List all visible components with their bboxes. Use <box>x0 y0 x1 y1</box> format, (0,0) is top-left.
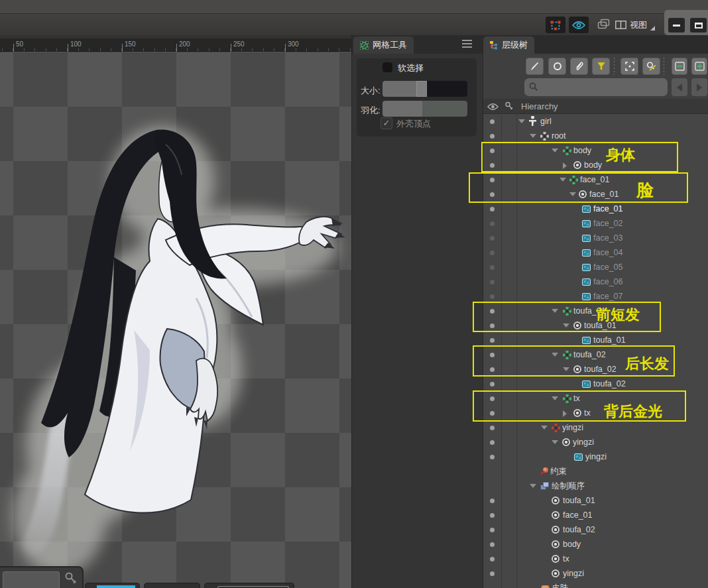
search-back-button[interactable] <box>672 78 687 96</box>
expand-arrow-down-icon[interactable] <box>530 134 536 138</box>
ruler-tick <box>176 44 177 52</box>
keyframe-widget <box>0 566 84 588</box>
collapse-all-button[interactable] <box>672 58 687 75</box>
paint-select-button[interactable] <box>526 58 544 75</box>
panel-menu-icon[interactable] <box>462 40 472 48</box>
visibility-dot[interactable] <box>490 367 495 372</box>
visibility-dot[interactable] <box>490 411 495 416</box>
size-slider-handle[interactable] <box>416 81 427 97</box>
soft-select-checkbox[interactable] <box>383 62 392 72</box>
transform-tool-button[interactable] <box>546 17 565 33</box>
center-view-button[interactable] <box>620 58 638 75</box>
visibility-dot[interactable] <box>490 338 495 343</box>
key-column-icon <box>504 101 514 111</box>
tree-row-label: face_06 <box>593 274 622 289</box>
tree-row-label: toufa_02 <box>563 522 595 537</box>
hull-vertices-checkbox[interactable]: ✓ <box>381 117 392 129</box>
expand-arrow-down-icon[interactable] <box>563 367 569 371</box>
dropdown-corner-icon <box>650 26 655 30</box>
expand-arrow-down-icon[interactable] <box>552 353 558 357</box>
visibility-dot[interactable] <box>490 396 495 401</box>
slot-icon <box>552 497 560 504</box>
feather-slider[interactable] <box>383 101 467 117</box>
visibility-dot[interactable] <box>490 323 495 328</box>
expand-arrow-right-icon[interactable] <box>563 410 567 417</box>
visibility-dot[interactable] <box>490 455 495 459</box>
search-edit-button[interactable] <box>642 58 660 75</box>
visibility-dot[interactable] <box>490 382 495 386</box>
visibility-dot[interactable] <box>490 221 495 226</box>
draworder-icon <box>540 482 550 491</box>
tab-mesh-tool[interactable]: 网格工具 <box>353 36 414 54</box>
tree-row-label: yingzi <box>573 435 594 449</box>
expand-arrow-down-icon[interactable] <box>552 440 558 444</box>
visibility-dot[interactable] <box>490 178 495 182</box>
ruler-tick <box>231 44 231 52</box>
hierarchy-tab-label: 层级树 <box>502 39 528 51</box>
hierarchy-panel: 层级树 <box>483 35 708 588</box>
expand-arrow-down-icon[interactable] <box>560 178 566 182</box>
visibility-dot[interactable] <box>490 528 495 532</box>
minimize-button[interactable] <box>668 18 685 32</box>
expand-arrow-down-icon[interactable] <box>552 396 558 400</box>
duplicate-view-icon[interactable] <box>597 19 611 32</box>
visibility-dot[interactable] <box>490 557 495 561</box>
search-forward-button[interactable] <box>691 78 707 96</box>
link-button[interactable] <box>570 58 588 75</box>
visibility-dot[interactable] <box>490 192 495 197</box>
circle-select-button[interactable] <box>548 58 566 75</box>
bottom-toolbar-button-3[interactable] <box>204 583 294 588</box>
filter-button[interactable] <box>592 58 610 75</box>
visibility-dot[interactable] <box>490 148 495 153</box>
visibility-dot[interactable] <box>490 542 495 547</box>
visibility-dot[interactable] <box>490 426 495 430</box>
hierarchy-tabbar: 层级树 <box>483 35 708 54</box>
visibility-dot[interactable] <box>490 163 495 168</box>
visibility-dot[interactable] <box>490 353 495 357</box>
visibility-dot[interactable] <box>490 571 495 576</box>
tree-row-label: face_01 <box>593 202 622 216</box>
tab-hierarchy[interactable]: 层级树 <box>483 36 534 54</box>
visibility-dot[interactable] <box>490 119 495 124</box>
maximize-button[interactable] <box>690 18 707 32</box>
visibility-dot[interactable] <box>490 134 495 139</box>
ruler-tick <box>122 44 123 52</box>
expand-arrow-down-icon[interactable] <box>569 192 576 196</box>
expand-arrow-right-icon[interactable] <box>563 162 567 169</box>
visibility-dot[interactable] <box>490 294 495 299</box>
image-icon <box>582 293 591 300</box>
visibility-dot[interactable] <box>490 280 495 284</box>
visibility-dot[interactable] <box>490 265 495 270</box>
key-icon[interactable] <box>64 571 78 587</box>
view-menu-button[interactable]: 视图 <box>615 17 655 33</box>
visibility-dot[interactable] <box>490 251 495 255</box>
search-input[interactable] <box>524 78 668 96</box>
visibility-dot[interactable] <box>490 499 495 503</box>
visibility-toggle-button[interactable] <box>569 17 589 33</box>
expand-arrow-down-icon[interactable] <box>530 484 536 488</box>
ruler-label: 50 <box>16 40 23 48</box>
size-slider[interactable] <box>383 81 467 97</box>
expand-arrow-down-icon[interactable] <box>552 309 558 313</box>
expand-arrow-down-icon[interactable] <box>518 119 525 123</box>
visibility-dot[interactable] <box>490 207 495 211</box>
viewport-canvas[interactable]: 50100150200250300 <box>0 35 351 588</box>
expand-arrow-down-icon[interactable] <box>563 323 569 327</box>
funnel-icon <box>596 61 607 72</box>
visibility-dot[interactable] <box>490 440 495 445</box>
bone-gray-icon <box>540 132 549 141</box>
visibility-dot[interactable] <box>490 309 495 314</box>
expand-arrow-down-icon[interactable] <box>552 148 558 152</box>
toolbar-separator <box>636 58 637 75</box>
horizontal-ruler: 50100150200250300 <box>0 38 351 52</box>
bottom-toolbar-button-1[interactable] <box>85 583 140 588</box>
visibility-dot[interactable] <box>490 513 495 518</box>
bone-green-icon <box>563 307 571 316</box>
expand-all-button[interactable] <box>691 58 707 75</box>
visibility-dot[interactable] <box>490 236 495 241</box>
bone-green-icon <box>563 351 571 359</box>
keyframe-field[interactable] <box>3 571 60 588</box>
bottom-toolbar-button-2[interactable] <box>144 583 200 588</box>
tree-row-label: face_01 <box>563 508 592 522</box>
expand-arrow-down-icon[interactable] <box>541 426 548 430</box>
